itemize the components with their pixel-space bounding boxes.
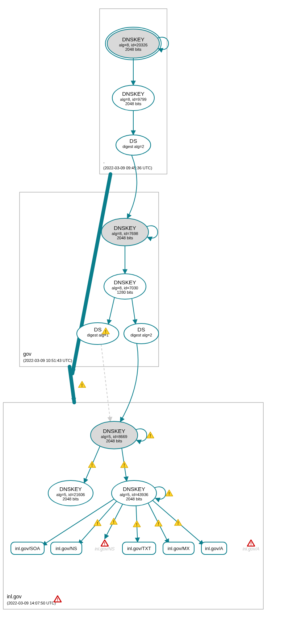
warning-icon: ! [94, 520, 101, 526]
svg-text:inl.gov/NS: inl.gov/NS [95, 546, 115, 552]
svg-text:2048 bits: 2048 bits [63, 497, 79, 501]
edge [127, 155, 137, 218]
svg-text:!: ! [104, 541, 105, 546]
node-rrSOA: inl.gov/SOA [11, 542, 44, 554]
node-rootKSK: DNSKEYalg=8, id=203262048 bits [105, 27, 168, 60]
svg-text:inl.gov/MX: inl.gov/MX [168, 546, 190, 551]
svg-text:2048 bits: 2048 bits [125, 47, 142, 51]
node-rrA: inl.gov/A [201, 542, 227, 554]
node-inlZSK1: DNSKEYalg=5, id=216062048 bits [48, 480, 93, 506]
svg-text:DNSKEY: DNSKEY [123, 486, 145, 492]
svg-text:2048 bits: 2048 bits [106, 439, 122, 443]
node-govZSK: DNSKEYalg=8, id=70301280 bits [104, 274, 146, 299]
node-inlZSK2: DNSKEYalg=5, id=439362048 bits! [112, 480, 173, 506]
svg-text:!: ! [105, 329, 106, 334]
node-rrTXT: inl.gov/TXT [122, 542, 156, 554]
svg-text:(2022-03-09 09:45:36 UTC): (2022-03-09 09:45:36 UTC) [103, 166, 152, 170]
svg-text:DNSKEY: DNSKEY [114, 279, 136, 285]
svg-text:!: ! [177, 520, 179, 526]
edge [101, 344, 110, 422]
svg-text:alg=8, id=7030: alg=8, id=7030 [112, 286, 138, 290]
error-icon: ! [101, 540, 108, 546]
edge [42, 499, 114, 545]
edge [132, 298, 135, 324]
svg-text:!: ! [81, 383, 83, 388]
error-icon: ! [247, 540, 255, 546]
svg-text:2048 bits: 2048 bits [117, 236, 133, 240]
svg-text:2048 bits: 2048 bits [125, 102, 142, 106]
svg-text:!: ! [124, 462, 125, 468]
warning-icon: ! [110, 518, 117, 525]
svg-text:(2022-03-09 10:51:43 UTC): (2022-03-09 10:51:43 UTC) [23, 358, 72, 363]
svg-text:DS: DS [130, 138, 137, 144]
svg-text:gov: gov [23, 351, 32, 357]
warning-icon: ! [79, 381, 86, 388]
warning-icon: ! [133, 521, 141, 527]
node-rootZSK: DNSKEYalg=8, id=97992048 bits [112, 85, 154, 111]
warning-icon: ! [166, 490, 173, 496]
node-inlKSK: DNSKEYalg=5, id=86692048 bits! [91, 421, 154, 449]
svg-text:!: ! [168, 491, 170, 496]
svg-text:!: ! [57, 597, 58, 602]
node-govDS1: DSdigest alg=1! [77, 323, 119, 344]
svg-text:!: ! [113, 519, 114, 525]
svg-text:digest alg=2: digest alg=2 [122, 144, 144, 149]
svg-text:inl.gov/SOA: inl.gov/SOA [15, 546, 40, 551]
svg-text:alg=5, id=43936: alg=5, id=43936 [120, 492, 149, 497]
svg-text:!: ! [150, 433, 151, 438]
svg-text:DNSKEY: DNSKEY [114, 225, 136, 231]
svg-text:inl.gov/A: inl.gov/A [243, 546, 259, 552]
node-govKSK: DNSKEYalg=8, id=76982048 bits [101, 218, 158, 246]
node-rrMX: inl.gov/MX [163, 542, 194, 554]
svg-text:inl.gov: inl.gov [7, 594, 21, 599]
svg-text:alg=5, id=21606: alg=5, id=21606 [57, 492, 85, 497]
svg-text:DS: DS [138, 326, 145, 333]
svg-text:(2022-03-09 14:07:50 UTC): (2022-03-09 14:07:50 UTC) [7, 601, 56, 605]
warning-icon: ! [121, 461, 128, 468]
svg-text:!: ! [158, 521, 159, 527]
node-phA: inl.gov/A! [243, 540, 259, 552]
edge [108, 297, 114, 324]
svg-text:DNSKEY: DNSKEY [122, 36, 145, 42]
node-phNS: inl.gov/NS! [95, 540, 115, 552]
svg-text:alg=8, id=7698: alg=8, id=7698 [112, 231, 138, 236]
node-govDS2: DSdigest alg=2 [124, 323, 159, 344]
svg-text:DS: DS [94, 326, 102, 333]
svg-text:!: ! [250, 541, 252, 546]
warning-icon: ! [147, 432, 154, 438]
svg-text:inl.gov/NS: inl.gov/NS [55, 546, 77, 551]
svg-text:DNSKEY: DNSKEY [59, 486, 82, 492]
node-rootDS: DSdigest alg=2 [116, 135, 151, 155]
svg-text:inl.gov/TXT: inl.gov/TXT [127, 546, 151, 551]
warning-icon: ! [155, 520, 162, 527]
svg-text:1280 bits: 1280 bits [117, 290, 133, 294]
node-rrNS: inl.gov/NS [51, 542, 82, 554]
svg-text:digest alg=2: digest alg=2 [130, 333, 152, 337]
edge [120, 343, 138, 422]
svg-text:alg=5, id=8669: alg=5, id=8669 [101, 434, 127, 439]
svg-text:!: ! [97, 521, 98, 526]
svg-text:inl.gov/A: inl.gov/A [205, 546, 223, 551]
svg-text:DNSKEY: DNSKEY [122, 91, 145, 97]
warning-icon: ! [88, 461, 96, 468]
svg-text:2048 bits: 2048 bits [126, 497, 142, 501]
svg-text:!: ! [91, 462, 93, 468]
svg-text:alg=8, id=20326: alg=8, id=20326 [119, 43, 148, 47]
zone-error-icon: ! [54, 596, 61, 602]
delegation-arrow: ! [70, 367, 86, 402]
svg-text:alg=8, id=9799: alg=8, id=9799 [120, 97, 147, 102]
svg-text:!: ! [136, 522, 138, 527]
svg-text:DNSKEY: DNSKEY [103, 428, 125, 434]
svg-text:.: . [103, 158, 105, 164]
